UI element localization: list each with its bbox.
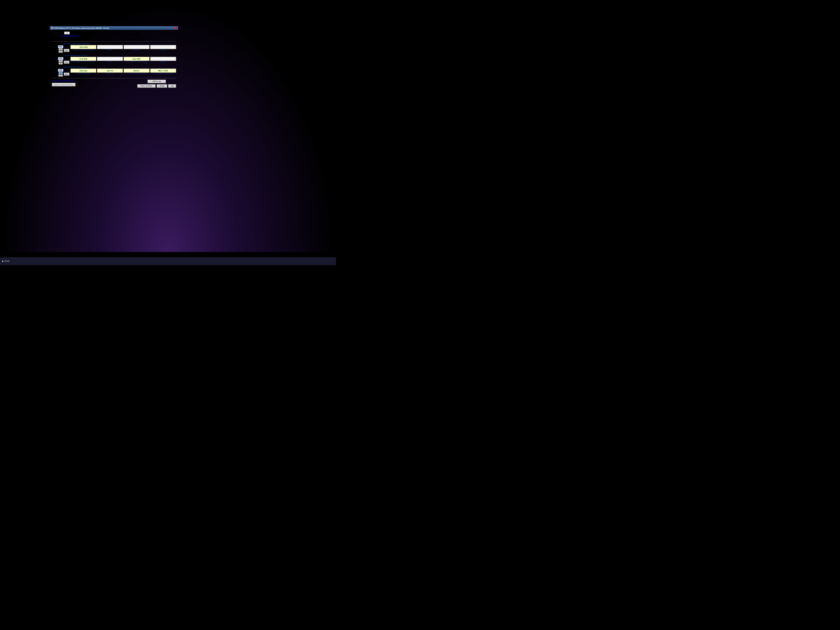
footer-buttons-row: Done, Go Back Graph Log — [137, 84, 176, 88]
desktop: V VCDS Release 15.7.0; 01-Engine, [measu… — [0, 0, 336, 252]
footer-right: Add to Log Done, Go Back Graph Log — [137, 80, 176, 88]
group-094-controls: Group 094 Up Dn Go! — [52, 57, 69, 65]
group-094-col2: Bin. Bits — [97, 57, 123, 63]
group-094-col4: Bin. Bits — [150, 57, 176, 63]
group-095-col4: IMC-V OFF Intake Manifold Change-Over — [150, 68, 176, 74]
group-095-up-button[interactable]: Up — [58, 72, 63, 74]
group-095-col2: 22.6 % Engine Load — [97, 68, 123, 74]
label-file-link[interactable]: 066-906-032-AZX.LBL — [61, 35, 79, 37]
group-095-updn: Up Dn — [58, 72, 63, 76]
group-095-col1: 720 /min Engine Speed (G28) — [70, 68, 96, 74]
group-095-lbl4: Intake Manifold Change-Over — [153, 73, 173, 74]
group-093-label: Group — [52, 45, 57, 48]
group-095-go-button[interactable]: Go! — [64, 73, 69, 75]
group-093-col1: -25.0°KW Phase Position Bank 1 Intake — [70, 45, 96, 51]
group-094-up-button[interactable]: Up — [58, 60, 63, 62]
group-095-lbl3: Coolant Temperature (G62) — [127, 73, 146, 74]
group-095-col3: 85.0°C Coolant Temperature (G62) — [124, 68, 150, 74]
group-095-val2: 22.6 % — [97, 68, 123, 73]
app-icon: V — [51, 27, 53, 29]
group-093-title: Camshaft Adjustment Adaptation — [52, 43, 176, 44]
taskbar-dot: ◆ — [2, 260, 3, 262]
sample-rate-input[interactable] — [64, 32, 69, 35]
app-title: VCDS — [93, 32, 176, 37]
close-button[interactable]: ✕ — [174, 27, 177, 29]
group-094-col3: Test OFF Cam. Adj. Test Bank 1 Intake — [124, 57, 150, 63]
label-file-label: Label File: — [52, 35, 60, 37]
group-094-col1: 37.5°KW Cam. Adjustment Intake B1 (act.) — [70, 57, 96, 63]
group-093-val1: -25.0°KW — [70, 45, 96, 49]
group-093-val2 — [97, 45, 123, 49]
group-095-title: Intake Manifold Change-Over — [52, 66, 176, 68]
graph-button[interactable]: Graph — [156, 84, 167, 88]
app-subtitle: Measuring Blocks — [93, 37, 176, 40]
group-093-lbl2: Bin. Bits — [107, 49, 113, 51]
log-button[interactable]: Log — [168, 84, 176, 88]
group-094-data: 37.5°KW Cam. Adjustment Intake B1 (act.)… — [70, 57, 176, 63]
group-093-number: 093 — [58, 45, 63, 48]
group-094-row: Group 094 Up Dn Go! — [52, 57, 176, 65]
group-093-go-button[interactable]: Go! — [64, 49, 69, 52]
group-093-col4: Bin. Bits — [150, 45, 176, 51]
group-094-dn-button[interactable]: Dn — [58, 63, 63, 65]
group-095-dn-button[interactable]: Dn — [58, 74, 63, 76]
taskbar-vcds-item[interactable]: ◆ VCDS — [2, 260, 9, 262]
group-095-val1: 720 /min — [70, 68, 96, 73]
group-093-col3: Bin. Bits — [124, 45, 150, 51]
group-095-data: 720 /min Engine Speed (G28) 22.6 % Engin… — [70, 68, 176, 74]
group-093-updn: Up Dn — [58, 48, 63, 53]
add-to-log-button[interactable]: Add to Log — [147, 80, 166, 83]
sample-rate-label: Sample Rate: — [52, 32, 63, 34]
group-094-number: 094 — [58, 57, 63, 60]
group-095-val4: IMC-V OFF — [150, 68, 176, 73]
group-095-lbl1: Engine Speed (G28) — [77, 73, 90, 74]
group-093-controls: Group 093 Up Dn Go! — [52, 45, 69, 53]
group-093-dn-button[interactable]: Dn — [58, 51, 63, 53]
group-095-number: 095 — [58, 69, 63, 71]
group-094-section: Camshaft Adjustment (Intake) Group 094 U… — [52, 54, 176, 65]
group-093-val4 — [150, 45, 176, 49]
sample-rate-sep: / — [70, 32, 71, 34]
group-093-row: Group 093 Up Dn Go! — [52, 45, 176, 53]
group-094-lbl2: Bin. Bits — [107, 61, 113, 63]
footer-area: Refer to Service Manual! Switch To Basic… — [52, 80, 176, 88]
group-095-controls: Group 095 Up Dn Go! — [52, 68, 69, 76]
group-094-label: Group — [52, 57, 57, 60]
group-094-val4 — [150, 57, 176, 61]
group-094-title: Camshaft Adjustment (Intake) — [52, 54, 176, 56]
group-093-col2: Bin. Bits — [97, 45, 123, 51]
group-095-row: Group 095 Up Dn Go! — [52, 68, 176, 76]
group-093-lbl3: Bin. Bits — [134, 49, 139, 51]
group-093-up-button[interactable]: Up — [58, 48, 63, 50]
group-094-val2 — [97, 57, 123, 61]
group-094-lbl3: Cam. Adj. Test Bank 1 Intake — [127, 61, 146, 63]
taskbar: ◆ VCDS — [0, 257, 336, 265]
window-title: VCDS Release 15.7.0; 01-Engine, [measuri… — [54, 27, 109, 29]
switch-basic-button[interactable]: Switch To Basic Settings — [52, 83, 75, 87]
group-094-lbl1: Cam. Adjustment Intake B1 (act.) — [72, 61, 95, 63]
group-093-data: -25.0°KW Phase Position Bank 1 Intake Bi… — [70, 45, 176, 51]
group-094-go-button[interactable]: Go! — [64, 61, 69, 63]
group-093-lbl1: Phase Position Bank 1 Intake — [73, 49, 93, 51]
group-095-lbl2: Engine Load — [106, 73, 114, 74]
group-095-section: Intake Manifold Change-Over Group 095 Up… — [52, 66, 176, 77]
title-bar: V VCDS Release 15.7.0; 01-Engine, [measu… — [50, 26, 178, 30]
taskbar-label: VCDS — [4, 260, 9, 262]
group-094-val3: Test OFF — [124, 57, 150, 61]
done-go-back-button[interactable]: Done, Go Back — [137, 84, 156, 88]
groups-area: Camshaft Adjustment Adaptation Group 093… — [52, 43, 176, 77]
vcds-window: V VCDS Release 15.7.0; 01-Engine, [measu… — [50, 26, 178, 89]
group-093-lbl4: Bin. Bits — [160, 49, 166, 51]
group-094-lbl4: Bin. Bits — [160, 61, 166, 63]
group-095-val3: 85.0°C — [124, 68, 150, 73]
group-093-section: Camshaft Adjustment Adaptation Group 093… — [52, 43, 176, 53]
group-093-val3 — [124, 45, 150, 49]
group-095-label: Group — [52, 69, 57, 71]
group-094-val1: 37.5°KW — [70, 57, 96, 61]
refer-label: Refer to Service Manual! — [52, 80, 75, 82]
group-094-updn: Up Dn — [58, 60, 63, 65]
footer-left: Refer to Service Manual! Switch To Basic… — [52, 80, 75, 86]
